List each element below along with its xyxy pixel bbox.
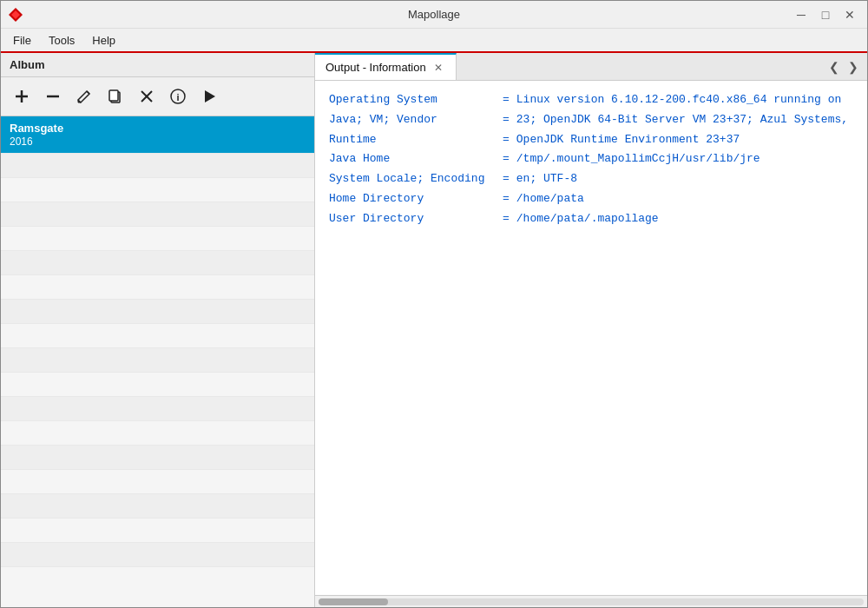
tab-label: Output - Information xyxy=(326,61,426,74)
svg-line-7 xyxy=(141,91,152,102)
list-item xyxy=(1,446,314,470)
output-content: Operating System = Linux version 6.10.12… xyxy=(315,81,867,595)
info-equals: = xyxy=(503,210,510,228)
info-key: Operating System xyxy=(329,91,503,109)
clear-album-button[interactable] xyxy=(133,83,161,110)
info-row-1: Java; VM; Vendor = 23; OpenJDK 64-Bit Se… xyxy=(329,111,853,129)
scroll-track xyxy=(319,598,864,605)
list-item xyxy=(1,275,314,300)
info-equals: = xyxy=(503,111,510,129)
info-key: Runtime xyxy=(329,131,503,149)
app-icon xyxy=(8,7,23,23)
edit-album-button[interactable] xyxy=(70,83,98,110)
x-icon xyxy=(138,88,155,105)
info-row-4: System Locale; Encoding = en; UTF-8 xyxy=(329,170,853,188)
info-value: /tmp/.mount_MapollimCcjH/usr/lib/jre xyxy=(516,150,760,169)
info-value: 23; OpenJDK 64-Bit Server VM 23+37; Azul… xyxy=(516,111,848,129)
copy-icon xyxy=(107,88,124,105)
tab-next-button[interactable]: ❯ xyxy=(845,58,862,76)
info-equals: = xyxy=(503,150,510,169)
menu-bar: File Tools Help xyxy=(1,29,867,53)
info-key: Home Directory xyxy=(329,190,503,208)
info-key: System Locale; Encoding xyxy=(329,170,503,188)
tab-navigation: ❮ ❯ xyxy=(825,58,867,76)
tab-close-button[interactable]: ✕ xyxy=(431,61,445,75)
info-equals: = xyxy=(503,170,510,188)
list-item xyxy=(1,202,314,227)
scroll-thumb[interactable] xyxy=(319,598,388,605)
info-equals: = xyxy=(503,91,510,109)
info-value: /home/pata/.mapollage xyxy=(516,210,659,228)
svg-rect-6 xyxy=(109,90,118,101)
info-value: /home/pata xyxy=(516,190,584,208)
info-value: en; UTF-8 xyxy=(516,170,577,188)
info-key: User Directory xyxy=(329,210,503,228)
info-row-3: Java Home = /tmp/.mount_MapollimCcjH/usr… xyxy=(329,150,853,169)
svg-text:i: i xyxy=(176,92,179,102)
info-album-button[interactable]: i xyxy=(164,83,192,110)
minus-icon xyxy=(44,88,62,105)
minimize-button[interactable]: ─ xyxy=(791,4,812,25)
info-row-2: Runtime = OpenJDK Runtime Environment 23… xyxy=(329,131,853,149)
main-content: Album xyxy=(1,53,867,607)
info-row-5: Home Directory = /home/pata xyxy=(329,190,853,208)
menu-help[interactable]: Help xyxy=(83,30,124,50)
add-icon xyxy=(13,88,30,105)
svg-line-8 xyxy=(141,91,152,102)
tab-bar: Output - Information ✕ ❮ ❯ xyxy=(315,53,867,81)
info-row-0: Operating System = Linux version 6.10.12… xyxy=(329,91,853,109)
album-item[interactable]: Ramsgate 2016 xyxy=(1,116,314,154)
close-button[interactable]: ✕ xyxy=(839,4,860,25)
play-icon xyxy=(201,88,218,105)
album-name: Ramsgate xyxy=(10,122,306,135)
remove-album-button[interactable] xyxy=(39,83,67,110)
info-value: Linux version 6.10.12-200.fc40.x86_64 ru… xyxy=(516,91,841,109)
list-item xyxy=(1,154,314,178)
svg-point-9 xyxy=(171,89,185,103)
title-bar: Mapollage ─ □ ✕ xyxy=(1,1,867,29)
panel-header: Album xyxy=(1,53,314,77)
list-item xyxy=(1,494,314,519)
list-item xyxy=(1,348,314,373)
list-item xyxy=(1,227,314,251)
album-year: 2016 xyxy=(10,135,306,148)
list-item xyxy=(1,251,314,275)
left-panel: Album xyxy=(1,53,315,607)
info-equals: = xyxy=(503,190,510,208)
menu-tools[interactable]: Tools xyxy=(40,30,83,50)
list-item xyxy=(1,324,314,348)
right-panel: Output - Information ✕ ❮ ❯ Operating Sys… xyxy=(315,53,867,607)
maximize-button[interactable]: □ xyxy=(815,4,836,25)
run-button[interactable] xyxy=(195,83,223,110)
list-item xyxy=(1,421,314,446)
info-key: Java; VM; Vendor xyxy=(329,111,503,129)
list-item xyxy=(1,300,314,324)
album-list: Ramsgate 2016 xyxy=(1,116,314,607)
info-icon: i xyxy=(169,88,187,105)
info-equals: = xyxy=(503,131,510,149)
svg-rect-5 xyxy=(111,92,120,102)
info-key: Java Home xyxy=(329,150,503,169)
info-value: OpenJDK Runtime Environment 23+37 xyxy=(516,131,740,149)
menu-file[interactable]: File xyxy=(4,30,40,50)
list-item xyxy=(1,178,314,202)
list-item xyxy=(1,373,314,397)
svg-marker-11 xyxy=(205,90,215,102)
copy-album-button[interactable] xyxy=(102,83,129,110)
pencil-icon xyxy=(76,88,93,105)
info-row-6: User Directory = /home/pata/.mapollage xyxy=(329,210,853,228)
title-bar-left xyxy=(8,7,23,23)
horizontal-scrollbar[interactable] xyxy=(315,595,867,607)
window-title: Mapollage xyxy=(408,8,460,21)
list-item xyxy=(1,397,314,421)
list-item xyxy=(1,470,314,494)
add-album-button[interactable] xyxy=(8,83,36,110)
tab-output-information[interactable]: Output - Information ✕ xyxy=(315,53,457,80)
list-item xyxy=(1,519,314,543)
list-item xyxy=(1,543,314,567)
window-controls: ─ □ ✕ xyxy=(791,4,860,25)
tab-prev-button[interactable]: ❮ xyxy=(825,58,843,76)
album-toolbar: i xyxy=(1,77,314,116)
